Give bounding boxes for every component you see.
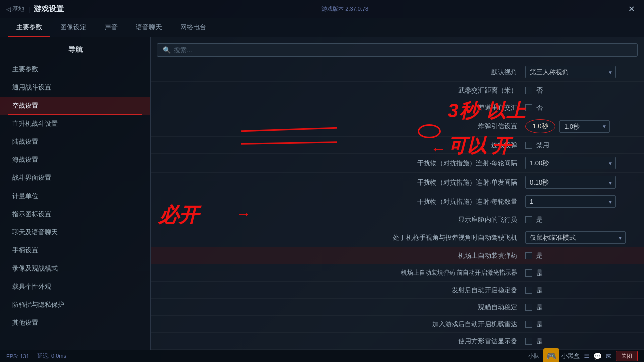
setting-value-ballistic-vertical: 否 — [525, 103, 636, 112]
dropdown-autopilot[interactable]: 仅鼠标瞄准模式 始终 从不 — [525, 231, 626, 244]
setting-label-cm-salvo-count: 干扰物（对抗措施）连射·每轮数量 — [159, 197, 525, 206]
checkbox-square-radar[interactable] — [525, 338, 532, 345]
setting-value-cm-salvo-interval: 1.00秒 0.50秒 2.00秒 ▼ — [525, 157, 636, 169]
setting-row-auto-stab: 观瞄自动稳定 是 — [151, 299, 644, 316]
setting-label-square-radar: 使用方形雷达显示器 — [159, 337, 525, 346]
sidebar-item-main-params[interactable]: 主要参数 — [0, 60, 150, 78]
back-label: 基地 — [12, 5, 24, 13]
bottom-right: 小队 🎮 小黑盒 ≡ 💬 ✉ 关闭 — [528, 348, 638, 363]
checkbox-auto-stab[interactable] — [525, 304, 532, 311]
sidebar-item-ground[interactable]: 陆战设置 — [0, 133, 150, 151]
dropdown-wrapper-cm3: 1 2 4 ▼ — [525, 195, 616, 208]
title-bar: ◁ 基地 | 游戏设置 游戏版本 2.37.0.78 ✕ — [0, 0, 644, 18]
setting-label-continuous-bomb: 连续投弹 — [159, 141, 525, 150]
label-auto-rearm: 是 — [536, 251, 543, 260]
close-button[interactable]: ✕ — [626, 3, 638, 15]
settings-section: 默认视角 第三人称视角 第一人称视角 ▼ 武器交汇距离（米） 否 — [151, 63, 644, 350]
setting-label-bomb-fuse: 炸弹引信设置 — [159, 122, 525, 131]
label-show-pilot: 是 — [536, 215, 543, 224]
separator: | — [28, 5, 30, 13]
version-label: 游戏版本 2.37.0.78 — [321, 5, 368, 13]
setting-label-default-view: 默认视角 — [159, 68, 525, 77]
setting-value-cm-single-interval: 0.10秒 0.20秒 0.50秒 ▼ — [525, 176, 636, 189]
setting-label-show-pilot: 显示座舱内的飞行员 — [159, 215, 525, 224]
back-button[interactable]: ◁ 基地 — [6, 5, 24, 13]
sidebar-item-helicopter[interactable]: 直升机战斗设置 — [0, 115, 150, 133]
menu-icon[interactable]: ≡ — [584, 351, 589, 361]
label-auto-stabilizer: 是 — [536, 286, 543, 295]
setting-label-auto-stab: 观瞄自动稳定 — [159, 303, 525, 312]
sidebar-item-combat-settings[interactable]: 通用战斗设置 — [0, 78, 150, 97]
setting-row-cm-single-interval: 干扰物（对抗措施）连射·单发间隔 0.10秒 0.20秒 0.50秒 ▼ — [151, 173, 644, 192]
sidebar-item-air-combat[interactable]: 空战设置 — [0, 97, 150, 115]
sidebar-item-replay[interactable]: 录像及观战模式 — [0, 259, 150, 278]
checkbox-weapon-convergence[interactable] — [525, 87, 532, 94]
tab-bar: 主要参数 图像设定 声音 语音聊天 网络电台 — [0, 18, 644, 37]
dropdown-cm-salvo-count[interactable]: 1 2 4 — [525, 195, 616, 208]
dropdown-bomb-fuse[interactable]: 1.0秒 2.0秒 3.0秒 5.0秒 — [559, 120, 610, 133]
setting-row-bomb-fuse: 炸弹引信设置 1.0秒 1.0秒 2.0秒 3.0秒 5.0秒 ▼ — [151, 116, 644, 137]
sidebar-item-controller[interactable]: 手柄设置 — [0, 241, 150, 259]
chat-icon[interactable]: 💬 — [593, 352, 602, 360]
setting-label-auto-radar: 加入游戏后自动开启机载雷达 — [159, 320, 525, 329]
setting-value-default-view: 第三人称视角 第一人称视角 ▼ — [525, 66, 636, 78]
close-app-button[interactable]: 关闭 — [616, 351, 638, 361]
sidebar-item-appearance[interactable]: 载具个性外观 — [0, 278, 150, 296]
checkbox-auto-laser[interactable] — [525, 269, 532, 277]
setting-value-auto-stab: 是 — [525, 303, 636, 312]
sidebar-title: 导航 — [0, 45, 150, 54]
setting-value-autopilot: 仅鼠标瞄准模式 始终 从不 ▼ — [525, 231, 636, 244]
dropdown-cm-salvo-interval[interactable]: 1.00秒 0.50秒 2.00秒 — [525, 157, 616, 169]
search-bar: 🔍 — [157, 43, 638, 57]
checkbox-continuous-bomb[interactable] — [525, 142, 532, 149]
setting-value-auto-rearm: 是 — [525, 251, 636, 260]
tab-sound[interactable]: 声音 — [97, 19, 126, 37]
squad-button[interactable]: 小队 — [528, 352, 539, 360]
setting-row-continuous-bomb: 连续投弹 禁用 — [151, 137, 644, 154]
sidebar-item-units[interactable]: 计量单位 — [0, 187, 150, 205]
tab-radio[interactable]: 网络电台 — [172, 19, 214, 37]
checkbox-show-pilot[interactable] — [525, 216, 532, 223]
dropdown-default-view[interactable]: 第三人称视角 第一人称视角 — [525, 66, 616, 78]
dropdown-cm-single-interval[interactable]: 0.10秒 0.20秒 0.50秒 — [525, 176, 616, 189]
search-icon: 🔍 — [163, 46, 171, 54]
tab-main-params[interactable]: 主要参数 — [8, 19, 50, 37]
xiaoheihe-logo[interactable]: 🎮 — [543, 348, 559, 363]
label-auto-radar: 是 — [536, 320, 543, 329]
setting-row-auto-laser: 机场上自动装填弹药 前自动开启激光指示器 是 — [151, 264, 644, 282]
setting-value-square-radar: 是 — [525, 337, 636, 346]
sidebar-item-other[interactable]: 其他设置 — [0, 314, 150, 332]
sidebar-item-chat[interactable]: 聊天及语音聊天 — [0, 223, 150, 241]
checkbox-auto-rearm[interactable] — [525, 252, 532, 259]
tab-voice-chat[interactable]: 语音聊天 — [128, 19, 170, 37]
page-title: 游戏设置 — [34, 4, 64, 14]
label-ballistic-vertical: 否 — [536, 103, 543, 112]
setting-row-ballistic-vertical: 弹道垂直交汇 否 — [151, 99, 644, 116]
ping-display: 延迟: 0.0ms — [37, 352, 66, 360]
sidebar-item-battle-ui[interactable]: 战斗界面设置 — [0, 169, 150, 187]
setting-row-auto-radar: 加入游戏后自动开启机载雷达 是 — [151, 316, 644, 333]
mail-icon[interactable]: ✉ — [606, 352, 612, 360]
content-area: 🔍 默认视角 第三人称视角 第一人称视角 ▼ — [151, 37, 644, 350]
search-input[interactable] — [174, 46, 632, 54]
sidebar-item-privacy[interactable]: 防骚扰与隐私保护 — [0, 296, 150, 314]
label-auto-laser: 是 — [536, 268, 543, 278]
checkbox-ballistic-vertical[interactable] — [525, 104, 532, 111]
checkbox-auto-radar[interactable] — [525, 321, 532, 328]
label-weapon-convergence: 否 — [536, 86, 543, 95]
label-continuous-bomb: 禁用 — [536, 141, 549, 150]
timer-bomb-fuse[interactable]: 1.0秒 — [525, 119, 555, 133]
setting-label-auto-stabilizer: 发射后自动开启稳定器 — [159, 286, 525, 295]
title-bar-left: ◁ 基地 | 游戏设置 — [6, 4, 64, 14]
setting-value-show-pilot: 是 — [525, 215, 636, 224]
sidebar-item-naval[interactable]: 海战设置 — [0, 151, 150, 169]
setting-value-auto-laser: 是 — [525, 268, 636, 278]
tab-image-settings[interactable]: 图像设定 — [52, 19, 95, 37]
checkbox-auto-stabilizer[interactable] — [525, 287, 532, 294]
setting-row-weapon-convergence: 武器交汇距离（米） 否 — [151, 82, 644, 99]
sidebar-item-icons[interactable]: 指示图标设置 — [0, 205, 150, 223]
label-square-radar: 是 — [536, 337, 543, 346]
label-auto-stab: 是 — [536, 303, 543, 312]
setting-row-square-radar: 使用方形雷达显示器 是 — [151, 333, 644, 350]
xiaoheihe-widget: 🎮 小黑盒 — [543, 348, 580, 363]
